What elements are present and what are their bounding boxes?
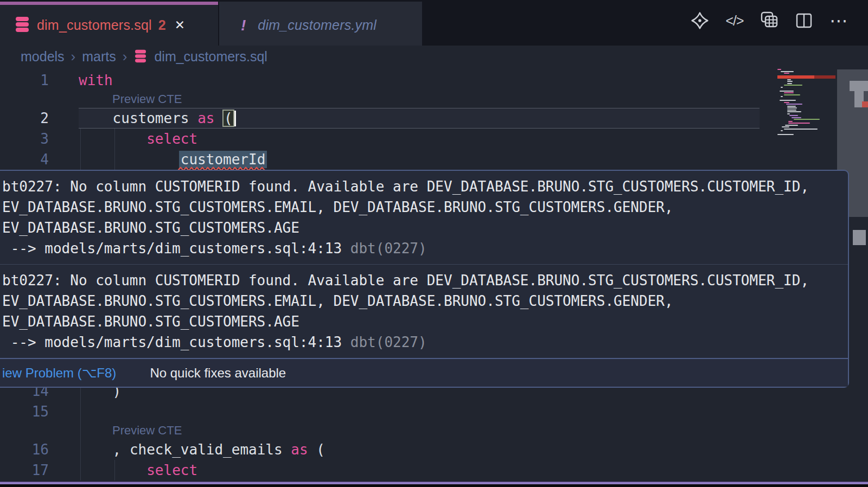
breadcrumb-item-file[interactable]: dim_customers.sql — [154, 49, 267, 65]
bracket-match: ( — [223, 110, 234, 126]
code-text: select — [79, 460, 197, 480]
problem-message-line: bt0227: No column CUSTOMERID found. Avai… — [2, 270, 838, 291]
minimap-error-line — [777, 75, 835, 79]
code-text: , check_valid_emails as ( — [79, 439, 325, 460]
problem-message-line: EV_DATABASE.BRUNO.STG_CUSTOMERS.EMAIL, D… — [2, 197, 838, 217]
split-editor-icon[interactable] — [794, 11, 814, 30]
code-line-2[interactable]: 2customers as ( — [0, 108, 868, 129]
problem-messages: bt0227: No column CUSTOMERID found. Avai… — [0, 171, 848, 358]
more-actions-icon[interactable]: ⋯ — [829, 11, 848, 30]
tab-label: dim_customers.sql — [37, 17, 152, 33]
problem-message-line: --> models/marts/dim_customers.sql:4:13 … — [2, 332, 838, 353]
problem-message-line: EV_DATABASE.BRUNO.STG_CUSTOMERS.AGE — [2, 311, 838, 332]
tab-bar: dim_customers.sql 2 ✕ ! dim_customers.ym… — [0, 0, 868, 46]
breadcrumb-item-marts[interactable]: marts — [82, 49, 116, 65]
indent-guide — [80, 401, 81, 422]
close-icon[interactable]: ✕ — [175, 18, 185, 33]
code-lens-preview-cte[interactable]: Preview CTE — [0, 422, 868, 439]
quick-fix-status: No quick fixes available — [150, 366, 286, 381]
overview-ruler-error-mark — [862, 101, 868, 107]
problem-message-line: EV_DATABASE.BRUNO.STG_CUSTOMERS.EMAIL, D… — [2, 291, 838, 311]
chevron-right-icon: › — [71, 48, 76, 65]
code-lens-preview-cte[interactable]: Preview CTE — [0, 91, 868, 108]
code-lines-top: 1withPreview CTE2customers as (3select4c… — [0, 70, 868, 170]
problem-message-line: bt0227: No column CUSTOMERID found. Avai… — [2, 176, 838, 197]
minimap-line — [777, 134, 835, 136]
dbt-logo-icon[interactable] — [690, 11, 710, 30]
line-number[interactable]: 17 — [0, 460, 49, 480]
minimap-line — [777, 73, 835, 75]
code-lines-bottom: 14)15Preview CTE16, check_valid_emails a… — [0, 381, 868, 480]
code-line-1[interactable]: 1with — [0, 70, 868, 91]
breadcrumb: models › marts › dim_customers.sql — [0, 46, 868, 67]
tab-dim-customers-yml[interactable]: ! dim_customers.yml — [219, 2, 422, 46]
problem-message-line: EV_DATABASE.BRUNO.STG_CUSTOMERS.AGE — [2, 217, 838, 238]
breadcrumb-item-models[interactable]: models — [21, 49, 65, 65]
tab-dim-customers-sql[interactable]: dim_customers.sql 2 ✕ — [0, 2, 218, 46]
overview-ruler-mark — [853, 230, 866, 245]
code-line-4[interactable]: 4customerId — [0, 149, 868, 170]
hover-footer: iew Problem (⌥F8) No quick fixes availab… — [0, 358, 848, 387]
code-text: customers as ( — [79, 108, 236, 129]
code-text: select — [79, 129, 197, 149]
code-text: with — [79, 70, 113, 91]
line-number[interactable]: 4 — [0, 149, 49, 170]
database-icon — [15, 16, 29, 35]
problem-code: dbt(0227) — [350, 240, 427, 257]
warning-icon: ! — [241, 17, 246, 34]
error-token-highlight: customerId — [179, 151, 267, 168]
editor-window: dim_customers.sql 2 ✕ ! dim_customers.ym… — [0, 0, 868, 487]
compile-code-icon[interactable]: </> — [725, 11, 744, 30]
minimap[interactable] — [777, 69, 835, 136]
tab-label: dim_customers.yml — [258, 17, 376, 33]
code-line-3[interactable]: 3select — [0, 129, 868, 149]
editor-actions: </> ⋯ — [690, 11, 848, 30]
code-line-17[interactable]: 17select — [0, 460, 868, 480]
database-icon — [135, 49, 146, 65]
preview-results-icon[interactable] — [760, 11, 779, 30]
overview-ruler-mark — [850, 81, 868, 91]
view-problem-link[interactable]: iew Problem (⌥F8) — [2, 366, 116, 381]
line-number[interactable]: 1 — [0, 70, 49, 91]
problem-message-block: bt0227: No column CUSTOMERID found. Avai… — [0, 264, 848, 358]
line-number[interactable]: 3 — [0, 129, 49, 149]
indent-guide — [80, 422, 81, 439]
code-line-15[interactable]: 15 — [0, 401, 868, 422]
problem-code: dbt(0227) — [350, 334, 427, 350]
problem-hover-panel: bt0227: No column CUSTOMERID found. Avai… — [0, 170, 849, 388]
line-number[interactable]: 16 — [0, 439, 49, 460]
chevron-right-icon: › — [123, 48, 127, 65]
line-number[interactable]: 2 — [0, 108, 49, 129]
code-text: customerId — [79, 149, 265, 170]
modified-count-badge: 2 — [158, 17, 166, 33]
window-bottom-gap — [0, 484, 868, 487]
text-cursor — [234, 111, 236, 126]
line-number[interactable]: 15 — [0, 401, 49, 422]
problem-message-block: bt0227: No column CUSTOMERID found. Avai… — [0, 171, 848, 264]
problem-message-line: --> models/marts/dim_customers.sql:4:13 … — [2, 238, 838, 259]
code-line-16[interactable]: 16, check_valid_emails as ( — [0, 439, 868, 460]
